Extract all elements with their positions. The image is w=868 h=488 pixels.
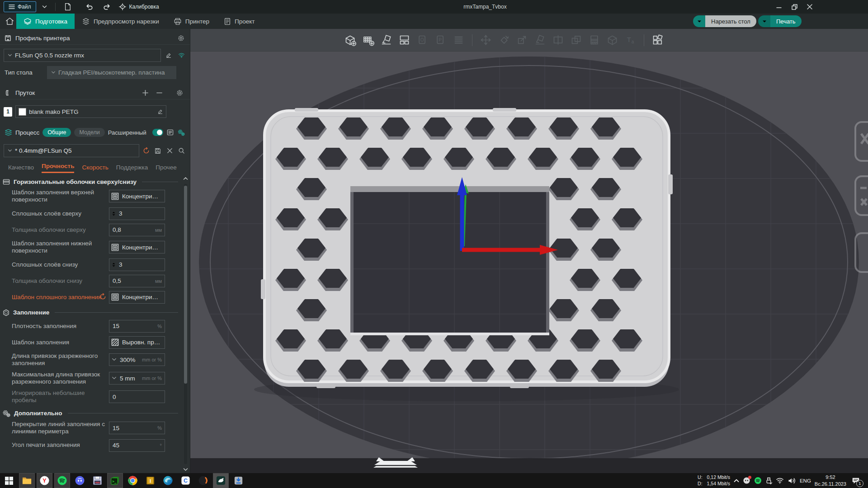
setting-control[interactable]: 0 bbox=[109, 390, 165, 403]
add-plate-icon[interactable] bbox=[361, 33, 376, 47]
setting-tab-Прочность[interactable]: Прочность bbox=[42, 163, 74, 173]
close-button[interactable] bbox=[803, 1, 816, 13]
restore-button[interactable] bbox=[788, 1, 801, 13]
notification-center-icon[interactable]: 1 bbox=[850, 475, 862, 486]
taskbar-book-app[interactable]: I bbox=[142, 473, 158, 488]
setting-control[interactable]: 300%mm or % bbox=[109, 353, 165, 366]
printer-settings-gear-icon[interactable] bbox=[178, 35, 184, 42]
print-options-chevron-icon[interactable] bbox=[758, 15, 770, 27]
taskbar-spotify[interactable] bbox=[54, 473, 70, 488]
tray-usb-icon[interactable] bbox=[765, 477, 772, 484]
tab-slice-preview[interactable]: Предпросмотр нарезки bbox=[75, 14, 166, 29]
settings-scrollbar[interactable] bbox=[183, 177, 189, 471]
clock-widget[interactable]: 9:52 Вс.26.11.2023 bbox=[815, 474, 846, 487]
setting-control[interactable]: Концентри… bbox=[109, 241, 165, 253]
setting-group-header[interactable]: Заполнение bbox=[0, 305, 190, 318]
printer-connection-icon[interactable] bbox=[176, 51, 186, 61]
scroll-up-icon[interactable] bbox=[183, 177, 189, 180]
taskbar-clipchamp[interactable]: C bbox=[178, 473, 193, 488]
printer-preset-select[interactable]: FLSun Q5 0.5 nozzle rmx bbox=[4, 49, 161, 62]
network-speed-widget[interactable]: U:0,12 Mbit/s D:1,54 Mbit/s bbox=[698, 474, 730, 486]
taskbar-yandex-browser[interactable]: Y bbox=[37, 473, 52, 488]
edit-printer-icon[interactable] bbox=[164, 51, 174, 61]
clear-preset-icon[interactable] bbox=[165, 146, 175, 156]
setting-group-header[interactable]: Горизонтальные оболочки сверху/снизу bbox=[0, 175, 190, 187]
undo-icon[interactable] bbox=[84, 2, 95, 12]
setting-group-header[interactable]: Дополнительно bbox=[0, 406, 190, 419]
search-icon[interactable] bbox=[176, 146, 186, 156]
svg-text:=64:: =64: bbox=[94, 481, 100, 484]
taskbar-orcaslicer[interactable] bbox=[213, 473, 229, 488]
setting-control[interactable]: 45° bbox=[109, 439, 165, 452]
setting-control[interactable]: 15% bbox=[109, 320, 165, 333]
setting-control[interactable]: 5 mmmm or % bbox=[109, 372, 165, 385]
start-button[interactable] bbox=[5, 476, 14, 485]
tab-project[interactable]: Проект bbox=[217, 14, 262, 29]
tab-prepare[interactable]: Подготовка bbox=[16, 14, 75, 29]
revert-preset-icon[interactable] bbox=[141, 146, 151, 156]
taskbar-chrome[interactable] bbox=[125, 473, 141, 488]
setting-control[interactable]: Концентри… bbox=[109, 190, 165, 202]
setting-tab-Качество[interactable]: Качество bbox=[8, 164, 34, 173]
minimize-button[interactable] bbox=[772, 1, 786, 13]
tray-expand-chevron-icon[interactable] bbox=[734, 479, 739, 483]
slice-plate-button[interactable]: Нарезать стол bbox=[693, 15, 756, 27]
revert-setting-icon[interactable] bbox=[99, 293, 106, 300]
filament-settings-gear-icon[interactable] bbox=[175, 88, 184, 98]
tray-discord-icon[interactable] bbox=[743, 477, 750, 484]
save-preset-icon[interactable] bbox=[153, 146, 163, 156]
scope-global-pill[interactable]: Общие bbox=[42, 128, 71, 137]
setting-control[interactable]: 3 bbox=[109, 207, 165, 220]
process-preset-select[interactable]: * 0.4mm@FLSun Q5 bbox=[4, 144, 139, 157]
taskbar-discord[interactable] bbox=[72, 473, 88, 488]
taskbar-c64-emulator[interactable]: =64: bbox=[90, 473, 105, 488]
model-object[interactable] bbox=[254, 108, 679, 401]
advanced-toggle[interactable] bbox=[152, 129, 163, 136]
setting-control[interactable]: 3 bbox=[109, 258, 165, 271]
tray-spotify-icon[interactable] bbox=[754, 477, 762, 484]
remove-filament-icon[interactable] bbox=[154, 88, 164, 98]
bed-type-select[interactable]: Гладкая PEI/высокотемпер. пластина bbox=[47, 66, 176, 79]
setting-control[interactable]: 0,5мм bbox=[109, 275, 165, 287]
language-indicator[interactable]: ENG bbox=[800, 478, 811, 483]
setting-control[interactable]: Концентри… bbox=[109, 291, 165, 304]
spinner-arrows-icon[interactable] bbox=[112, 262, 116, 267]
taskbar-terminal[interactable]: >_ bbox=[107, 473, 123, 488]
filament-select[interactable]: blank mako PETG bbox=[15, 105, 166, 118]
edit-filament-icon[interactable] bbox=[157, 109, 163, 115]
tray-wifi-icon[interactable] bbox=[776, 477, 784, 484]
calibration-button[interactable]: Калибровка bbox=[119, 3, 159, 10]
setting-control[interactable]: 0,8мм bbox=[109, 224, 165, 236]
auto-orient-icon[interactable] bbox=[379, 33, 394, 47]
tray-volume-icon[interactable] bbox=[788, 477, 796, 484]
file-menu-dropdown-button[interactable] bbox=[39, 2, 51, 12]
filament-color-swatch[interactable] bbox=[19, 108, 26, 116]
setting-tab-Поддержка[interactable]: Поддержка bbox=[116, 164, 148, 173]
taskbar-startallback[interactable] bbox=[195, 473, 211, 488]
home-button[interactable] bbox=[3, 14, 16, 29]
print-button[interactable]: Печать bbox=[758, 15, 802, 27]
printer-icon bbox=[174, 18, 182, 25]
new-project-icon[interactable] bbox=[62, 2, 74, 12]
redo-icon[interactable] bbox=[101, 2, 113, 12]
arrange-icon[interactable] bbox=[397, 33, 412, 47]
slice-options-chevron-icon[interactable] bbox=[693, 15, 705, 27]
assembly-view-icon[interactable] bbox=[650, 33, 665, 47]
setting-control[interactable]: 15% bbox=[109, 422, 165, 434]
taskbar-downloader[interactable] bbox=[231, 473, 246, 488]
scroll-down-icon[interactable] bbox=[183, 468, 189, 471]
parameter-list-icon[interactable] bbox=[166, 127, 175, 137]
taskbar-explorer[interactable] bbox=[19, 473, 35, 488]
setting-control[interactable]: Выровн. пр… bbox=[109, 336, 165, 349]
spinner-arrows-icon[interactable] bbox=[112, 211, 116, 216]
scope-objects-pill[interactable]: Модели bbox=[74, 128, 104, 137]
file-menu-button[interactable]: Файл bbox=[4, 1, 36, 12]
tab-printer[interactable]: Принтер bbox=[166, 14, 217, 29]
process-gears-icon[interactable] bbox=[177, 127, 185, 137]
scrollbar-thumb[interactable] bbox=[184, 186, 187, 384]
setting-tab-Прочее[interactable]: Прочее bbox=[156, 164, 176, 173]
setting-tab-Скорость[interactable]: Скорость bbox=[82, 164, 108, 173]
taskbar-edge[interactable] bbox=[160, 473, 176, 488]
add-model-icon[interactable] bbox=[343, 33, 358, 47]
add-filament-icon[interactable] bbox=[140, 88, 150, 98]
